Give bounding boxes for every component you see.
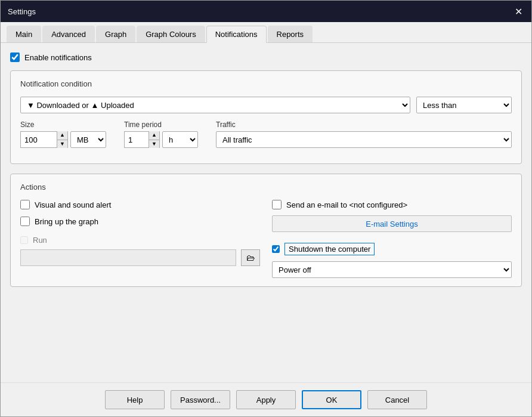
time-unit-dropdown[interactable]: h m s — [162, 131, 198, 148]
time-spinner-buttons: ▲ ▼ — [149, 131, 159, 148]
tab-main[interactable]: Main — [7, 26, 41, 42]
condition-type-dropdown[interactable]: Less than Greater than — [416, 97, 512, 113]
tabs-container: Main Advanced Graph Graph Colours Notifi… — [1, 22, 531, 43]
size-spinner: ▲ ▼ — [20, 131, 68, 148]
ok-button[interactable]: OK — [302, 390, 361, 409]
close-button[interactable]: ✕ — [512, 5, 524, 17]
bring-graph-checkbox[interactable] — [20, 217, 30, 226]
time-period-field: Time period ▲ ▼ h m s — [124, 121, 198, 148]
apply-button[interactable]: Apply — [236, 390, 296, 409]
size-label: Size — [20, 121, 106, 129]
enable-notifications-checkbox[interactable] — [10, 52, 20, 62]
actions-section: Actions Visual and sound alert Bring up … — [10, 174, 522, 287]
tab-graph-colours[interactable]: Graph Colours — [137, 26, 205, 42]
run-checkbox[interactable] — [20, 236, 28, 244]
settings-dialog: Settings ✕ Main Advanced Graph Graph Col… — [0, 0, 532, 417]
size-spin-down[interactable]: ▼ — [57, 140, 67, 149]
time-spin-up[interactable]: ▲ — [149, 131, 159, 140]
run-label[interactable]: Run — [33, 236, 47, 245]
size-unit-dropdown[interactable]: MB GB KB — [70, 131, 106, 148]
password-button[interactable]: Password... — [171, 390, 230, 409]
size-field: Size ▲ ▼ MB GB KB — [20, 121, 106, 148]
condition-row: ▼ Downloaded or ▲ Uploaded ▼ Downloaded … — [20, 97, 512, 113]
shutdown-label: Shutdown the computer — [284, 243, 375, 255]
condition-section-label: Notification condition — [20, 79, 512, 88]
actions-right-col: Send an e-mail to <not configured> E-mai… — [272, 200, 512, 278]
visual-alert-item: Visual and sound alert — [20, 200, 260, 209]
shutdown-checkbox[interactable] — [272, 245, 280, 253]
size-spinner-buttons: ▲ ▼ — [57, 131, 67, 148]
size-time-traffic-row: Size ▲ ▼ MB GB KB — [20, 121, 512, 148]
size-input[interactable] — [21, 132, 57, 147]
condition-dropdown[interactable]: ▼ Downloaded or ▲ Uploaded ▼ Downloaded … — [20, 97, 410, 113]
actions-section-label: Actions — [20, 183, 512, 191]
notification-condition-section: Notification condition ▼ Downloaded or ▲… — [10, 70, 522, 164]
run-path-row: 🗁 — [20, 249, 260, 266]
tab-reports[interactable]: Reports — [268, 26, 313, 42]
actions-grid: Visual and sound alert Bring up the grap… — [20, 200, 512, 278]
shutdown-row: Shutdown the computer — [272, 243, 512, 255]
time-spin-down[interactable]: ▼ — [149, 140, 159, 149]
tab-notifications[interactable]: Notifications — [206, 26, 267, 43]
tab-content: Enable notifications Notification condit… — [1, 43, 531, 382]
visual-alert-label[interactable]: Visual and sound alert — [35, 200, 111, 209]
bring-graph-label[interactable]: Bring up the graph — [35, 217, 98, 226]
tab-graph[interactable]: Graph — [96, 26, 135, 42]
time-spinner: ▲ ▼ — [124, 131, 160, 148]
cancel-button[interactable]: Cancel — [367, 390, 427, 409]
size-spin-up[interactable]: ▲ — [57, 131, 67, 140]
tab-advanced[interactable]: Advanced — [42, 26, 95, 42]
email-settings-row: E-mail Settings — [272, 215, 512, 232]
power-off-dropdown[interactable]: Power off Restart Hibernate Sleep — [272, 261, 512, 278]
title-bar: Settings ✕ — [1, 1, 531, 22]
visual-alert-checkbox[interactable] — [20, 200, 30, 209]
actions-left-col: Visual and sound alert Bring up the grap… — [20, 200, 260, 278]
help-button[interactable]: Help — [105, 390, 165, 409]
time-label: Time period — [124, 121, 198, 129]
run-path-input[interactable] — [20, 249, 236, 266]
power-off-row: Power off Restart Hibernate Sleep — [272, 261, 512, 278]
browse-button[interactable]: 🗁 — [241, 249, 260, 266]
traffic-dropdown[interactable]: All traffic Download only Upload only — [216, 131, 512, 148]
traffic-label: Traffic — [216, 121, 512, 129]
email-settings-button[interactable]: E-mail Settings — [272, 215, 512, 232]
send-email-checkbox[interactable] — [272, 200, 282, 209]
traffic-field: Traffic All traffic Download only Upload… — [216, 121, 512, 148]
footer: Help Password... Apply OK Cancel — [1, 382, 531, 416]
enable-notifications-label[interactable]: Enable notifications — [24, 53, 92, 62]
send-email-label[interactable]: Send an e-mail to <not configured> — [286, 200, 407, 209]
bring-graph-item: Bring up the graph — [20, 217, 260, 226]
enable-notifications-row: Enable notifications — [10, 52, 522, 62]
time-input[interactable] — [125, 132, 149, 147]
run-row: Run — [20, 236, 260, 245]
window-title: Settings — [8, 7, 36, 16]
send-email-item: Send an e-mail to <not configured> — [272, 200, 512, 209]
